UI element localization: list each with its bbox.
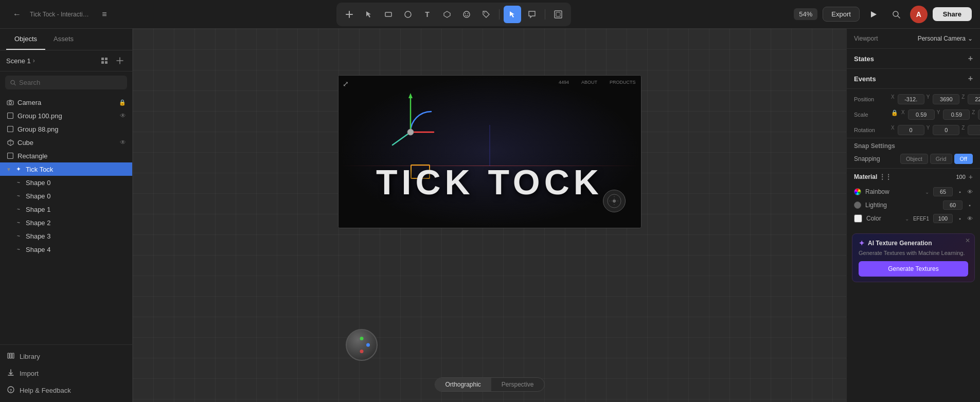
color-value[interactable]: 100 bbox=[933, 214, 953, 223]
3d-tool-button[interactable] bbox=[438, 6, 456, 23]
list-item[interactable]: ~ Shape 1 bbox=[0, 203, 132, 216]
path-icon: ~ bbox=[14, 178, 23, 187]
eye-icon: 👁 bbox=[967, 189, 973, 195]
toolbar-search-icon[interactable] bbox=[887, 6, 905, 23]
position-x-input[interactable]: -312. bbox=[898, 94, 924, 104]
rotation-y-input[interactable]: 0 bbox=[933, 125, 959, 135]
scene-title-text: TICK TOCK bbox=[376, 162, 603, 202]
item-name: Rectangle bbox=[17, 152, 126, 160]
pointer-tool-button[interactable] bbox=[504, 6, 521, 23]
list-item[interactable]: Camera 🔒 bbox=[0, 96, 132, 109]
frame-tool-button[interactable] bbox=[549, 6, 567, 23]
rotation-row: Rotation X 0 Y 0 Z 0 bbox=[847, 122, 980, 138]
lock-icon: 🔒 bbox=[891, 109, 898, 120]
hex-value: EFEF1 bbox=[913, 216, 929, 222]
add-object-button[interactable] bbox=[114, 54, 126, 67]
events-label: Events bbox=[854, 75, 876, 83]
add-material-button[interactable]: + bbox=[969, 173, 973, 181]
object-snap-button[interactable]: Object bbox=[900, 154, 928, 164]
scene-title-text: Scene 1 bbox=[6, 57, 31, 65]
orientation-widget[interactable] bbox=[603, 190, 626, 212]
rectangle-tool-button[interactable] bbox=[380, 6, 397, 23]
scale-y-input[interactable]: 0.59 bbox=[943, 109, 970, 120]
list-item[interactable]: ~ Shape 0 bbox=[0, 189, 132, 203]
tab-objects[interactable]: Objects bbox=[6, 29, 45, 50]
lighting-swatch[interactable] bbox=[854, 202, 861, 209]
ai-close-button[interactable]: ✕ bbox=[965, 237, 970, 244]
transform-gizmo bbox=[385, 91, 436, 153]
item-name: Group 88.png bbox=[17, 125, 126, 133]
orthographic-button[interactable]: Orthographic bbox=[435, 378, 491, 391]
rotation-x-input[interactable]: 0 bbox=[898, 125, 924, 135]
avatar[interactable]: A bbox=[910, 6, 928, 23]
position-z-input[interactable]: 2216 bbox=[968, 94, 980, 104]
grid-snap-button[interactable]: Grid bbox=[930, 154, 952, 164]
text-icon: T bbox=[425, 10, 430, 19]
import-button[interactable]: Import bbox=[0, 365, 132, 382]
nav-ball-container bbox=[346, 329, 378, 361]
pointer-icon bbox=[508, 10, 516, 19]
grid-view-button[interactable] bbox=[98, 54, 111, 67]
slider-icon: ▪ bbox=[957, 189, 963, 195]
orientation-ball[interactable] bbox=[346, 329, 378, 361]
viewport-select[interactable]: Personal Camera ⌄ bbox=[918, 35, 973, 42]
list-item[interactable]: ~ Shape 0 bbox=[0, 176, 132, 189]
ai-title-text: AI Texture Generation bbox=[868, 240, 932, 247]
ellipse-tool-button[interactable] bbox=[399, 6, 417, 23]
chat-icon bbox=[528, 10, 536, 19]
tab-assets[interactable]: Assets bbox=[45, 29, 82, 50]
material-title: Material ⋮⋮ bbox=[854, 173, 892, 180]
snap-settings-section: Snap Settings Snapping Object Grid Off bbox=[847, 138, 980, 168]
eye-icon: 👁 bbox=[120, 139, 126, 146]
scale-x-input[interactable]: 0.59 bbox=[908, 109, 935, 120]
scene-nav: 4494 ABOUT PRODUCTS bbox=[559, 80, 636, 85]
scene-title[interactable]: Scene 1 › bbox=[6, 57, 35, 65]
generate-textures-button[interactable]: Generate Textures bbox=[859, 261, 968, 277]
perspective-button[interactable]: Perspective bbox=[491, 378, 544, 391]
tag-icon bbox=[482, 10, 490, 19]
share-button[interactable]: Share bbox=[933, 7, 972, 21]
svg-text:?: ? bbox=[10, 388, 12, 393]
camera-icon bbox=[6, 98, 14, 106]
search-input[interactable] bbox=[19, 79, 122, 86]
rainbow-swatch[interactable] bbox=[854, 188, 861, 195]
lighting-value[interactable]: 60 bbox=[943, 200, 963, 210]
add-event-button[interactable]: + bbox=[968, 74, 973, 83]
list-item[interactable]: ~ Shape 4 bbox=[0, 243, 132, 256]
rainbow-value[interactable]: 65 bbox=[933, 187, 953, 196]
export-button[interactable]: Export bbox=[823, 7, 860, 22]
list-item[interactable]: ~ Shape 2 bbox=[0, 216, 132, 229]
rectangle-icon bbox=[6, 152, 14, 160]
help-button[interactable]: ? Help & Feedback bbox=[0, 382, 132, 399]
text-tool-button[interactable]: T bbox=[419, 6, 436, 23]
scale-z-input[interactable]: 204.0 bbox=[978, 109, 980, 120]
emoji-tool-button[interactable] bbox=[458, 6, 475, 23]
add-state-button[interactable]: + bbox=[968, 54, 973, 63]
off-snap-button[interactable]: Off bbox=[954, 154, 973, 164]
item-name: Camera bbox=[17, 99, 116, 106]
chevron-down-icon: ⌄ bbox=[905, 216, 909, 222]
color-swatch[interactable] bbox=[854, 214, 862, 223]
library-button[interactable]: Library bbox=[0, 348, 132, 365]
back-button[interactable]: ← bbox=[8, 6, 26, 23]
list-item[interactable]: Group 88.png bbox=[0, 122, 132, 136]
list-item[interactable]: Cube 👁 bbox=[0, 136, 132, 149]
tag-tool-button[interactable] bbox=[477, 6, 495, 23]
canvas-area[interactable]: ⤢ 4494 ABOUT PRODUCTS bbox=[133, 29, 846, 402]
list-item[interactable]: Group 100.png 👁 bbox=[0, 109, 132, 122]
add-tool-button[interactable] bbox=[341, 6, 358, 23]
play-button[interactable] bbox=[865, 6, 882, 23]
rotation-z-input[interactable]: 0 bbox=[968, 125, 980, 135]
list-item-ticktock[interactable]: ▼ ✦ Tick Tock bbox=[0, 162, 132, 176]
list-item[interactable]: ~ Shape 3 bbox=[0, 229, 132, 243]
list-item[interactable]: Rectangle bbox=[0, 149, 132, 162]
material-dots-icon: ⋮⋮ bbox=[879, 173, 892, 180]
zoom-display[interactable]: 54% bbox=[794, 8, 817, 20]
ai-title: ✦ AI Texture Generation bbox=[859, 239, 968, 247]
y-label: Y bbox=[926, 125, 930, 135]
select-tool-button[interactable] bbox=[360, 6, 378, 23]
menu-button[interactable]: ≡ bbox=[96, 6, 113, 23]
expand-icon[interactable]: ⤢ bbox=[343, 80, 349, 88]
position-y-input[interactable]: 3690 bbox=[933, 94, 959, 104]
chat-tool-button[interactable] bbox=[523, 6, 541, 23]
